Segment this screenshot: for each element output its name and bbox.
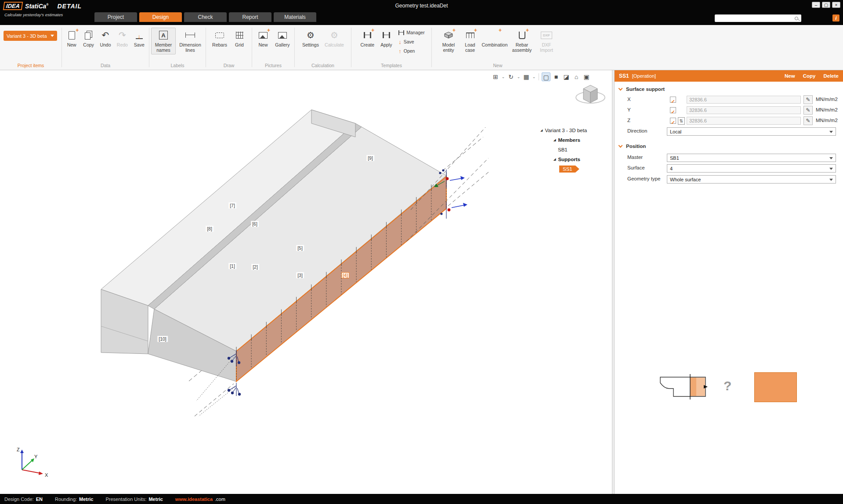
master-select[interactable]: SB1 [667, 154, 836, 162]
element-label[interactable]: [8] [206, 226, 213, 232]
view-presets-button[interactable] [522, 72, 531, 81]
x-edit-button[interactable] [803, 95, 813, 104]
model-entity-button[interactable]: Model entity [438, 28, 459, 54]
new-picture-button[interactable]: New [254, 28, 272, 49]
x-stiffness-input[interactable] [687, 96, 801, 104]
chevron-down-icon[interactable] [532, 72, 536, 81]
info-button[interactable] [832, 14, 839, 22]
element-label[interactable]: [6] [251, 221, 259, 227]
tree-item-members[interactable]: Members [540, 135, 613, 145]
x-enabled-checkbox[interactable] [670, 97, 676, 103]
load-case-button[interactable]: Load case [460, 28, 480, 54]
clip-view-button[interactable] [562, 72, 571, 81]
rebars-button[interactable]: Rebars [210, 28, 230, 49]
ribbon: Variant 3 - 3D beta Project items New Co… [0, 25, 843, 70]
section-surface-support[interactable]: Surface support [619, 85, 665, 93]
rebar-assembly-button[interactable]: Rebar assembly [510, 28, 534, 54]
tab-project[interactable]: Project [94, 12, 137, 22]
geometry-type-select[interactable]: Whole surface [667, 175, 836, 184]
save-icon [134, 29, 145, 41]
combination-button[interactable]: Combination [481, 28, 509, 54]
operation-title: SS1 [619, 73, 629, 79]
z-enabled-checkbox[interactable] [670, 118, 676, 124]
z-stiffness-input[interactable] [687, 117, 801, 125]
new-picture-icon [257, 29, 269, 41]
cube-icon [443, 29, 454, 41]
direction-select[interactable]: Local [667, 127, 836, 136]
axis-z-label: Z [17, 447, 20, 452]
operation-new-button[interactable]: New [785, 73, 795, 79]
new-item-button[interactable]: New [64, 28, 80, 49]
element-label[interactable]: [9] [366, 155, 374, 161]
element-label[interactable]: [5] [296, 245, 304, 251]
undo-icon [100, 29, 111, 41]
surface-select[interactable]: 4 [667, 164, 836, 173]
axis-triad: Z Y X [12, 444, 52, 479]
close-button[interactable] [832, 2, 840, 8]
element-label[interactable]: [1] [228, 263, 236, 269]
template-save-button[interactable]: Save [398, 38, 424, 46]
selected-tree-badge[interactable]: SS1 [559, 166, 579, 173]
tab-design[interactable]: Design [139, 12, 182, 22]
section-plane-button[interactable] [491, 72, 500, 81]
expander-icon[interactable] [540, 129, 543, 132]
operation-delete-button[interactable]: Delete [823, 73, 839, 79]
grid-button[interactable]: Grid [231, 28, 248, 49]
search-box[interactable] [715, 14, 801, 22]
tab-materials[interactable]: Materials [274, 12, 316, 22]
3d-scene[interactable] [0, 70, 612, 494]
search-input[interactable] [715, 15, 795, 21]
tab-report[interactable]: Report [229, 12, 271, 22]
member-names-toggle[interactable]: Member names [151, 28, 176, 54]
rotate-view-button[interactable] [507, 72, 515, 81]
z-edit-button[interactable] [803, 116, 813, 125]
save-button[interactable]: Save [131, 28, 147, 49]
solid-view-button[interactable] [552, 72, 561, 81]
sigma-icon [489, 29, 500, 41]
tree-item-supports[interactable]: Supports [540, 155, 613, 164]
template-open-button[interactable]: Open [398, 47, 424, 55]
expander-icon[interactable] [554, 138, 556, 142]
website-link[interactable]: www.ideastatica.com [175, 497, 225, 502]
navigation-cube[interactable] [572, 80, 609, 112]
dxf-import-button: DXF DXF Import [535, 28, 558, 54]
maximize-button[interactable] [822, 2, 830, 8]
ribbon-group-label: Draw [206, 63, 252, 68]
y-stiffness-input[interactable] [687, 106, 801, 114]
tagline: Calculate yesterday's estimates [4, 12, 63, 17]
tab-check[interactable]: Check [184, 12, 227, 22]
operation-copy-button[interactable]: Copy [803, 73, 816, 79]
y-label: Y [627, 107, 631, 112]
element-label[interactable]: [3] [296, 272, 304, 278]
template-icon [398, 30, 404, 35]
element-label-selected[interactable]: [4] [341, 272, 349, 278]
expander-icon[interactable] [554, 158, 556, 161]
section-position[interactable]: Position [619, 142, 646, 150]
element-label[interactable]: [7] [228, 202, 236, 209]
element-label[interactable]: [2] [251, 264, 259, 270]
element-label[interactable]: [10] [157, 336, 168, 342]
copy-item-button[interactable]: Copy [80, 28, 96, 49]
template-manager-button[interactable]: Manager [398, 29, 424, 36]
undo-button[interactable]: Undo [98, 28, 113, 49]
z-unit: MN/m/m2 [816, 118, 838, 123]
chevron-down-icon[interactable] [517, 72, 521, 81]
gallery-button[interactable]: Gallery [273, 28, 292, 49]
template-apply-button[interactable]: Apply [377, 28, 395, 55]
nonlinear-toggle-icon[interactable] [678, 117, 685, 125]
tree-item-variant[interactable]: Variant 3 - 3D beta [540, 126, 613, 135]
variant-selector[interactable]: Variant 3 - 3D beta [4, 31, 57, 41]
dimension-lines-toggle[interactable]: Dimension lines [177, 28, 204, 54]
tree-item-ss1[interactable]: SS1 [540, 164, 613, 174]
tree-item-sb1[interactable]: SB1 [540, 145, 613, 155]
y-enabled-checkbox[interactable] [670, 107, 676, 113]
wireframe-view-button[interactable] [542, 72, 550, 81]
minimize-button[interactable] [812, 2, 820, 8]
redo-icon [116, 29, 128, 41]
y-edit-button[interactable] [803, 106, 813, 115]
settings-button[interactable]: Settings [300, 28, 322, 49]
template-create-button[interactable]: Create [358, 28, 376, 55]
whole-surface-diagram [754, 372, 797, 402]
search-icon[interactable] [795, 17, 798, 20]
chevron-down-icon[interactable] [501, 72, 505, 81]
